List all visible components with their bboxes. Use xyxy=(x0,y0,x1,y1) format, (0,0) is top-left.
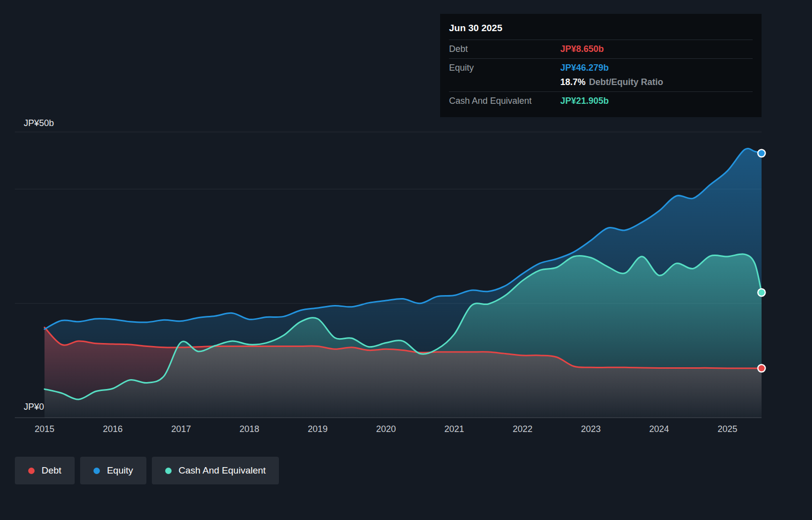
legend: DebtEquityCash And Equivalent xyxy=(15,457,279,484)
end-marker-debt[interactable] xyxy=(758,365,766,372)
tooltip-ratio-value: 18.7% xyxy=(560,77,586,87)
tooltip-row-debt: Debt JP¥8.650b xyxy=(449,40,753,58)
tooltip-debt-label: Debt xyxy=(449,44,560,54)
legend-label: Cash And Equivalent xyxy=(179,465,266,476)
tooltip-row-equity: Equity JP¥46.279b xyxy=(449,58,753,77)
legend-label: Debt xyxy=(42,465,61,476)
end-marker-cash-and-equivalent[interactable] xyxy=(758,289,766,296)
legend-dot-icon xyxy=(93,468,100,474)
x-axis-label-2022: 2022 xyxy=(513,424,533,434)
tooltip-ratio: 18.7%Debt/Equity Ratio xyxy=(560,77,663,87)
tooltip-equity-label: Equity xyxy=(449,63,560,73)
x-axis-label-2025: 2025 xyxy=(718,424,737,434)
x-axis-label-2017: 2017 xyxy=(171,424,191,434)
x-axis-label-2023: 2023 xyxy=(581,424,601,434)
x-axis-label-2021: 2021 xyxy=(445,424,464,434)
y-axis-label-top: JP¥50b xyxy=(24,118,54,129)
x-axis-label-2018: 2018 xyxy=(239,424,259,434)
date-tooltip: Jun 30 2025 Debt JP¥8.650b Equity JP¥46.… xyxy=(440,14,762,117)
x-axis: 2015201620172018201920202021202220232024… xyxy=(0,424,812,439)
tooltip-cash-value: JP¥21.905b xyxy=(560,96,609,106)
tooltip-row-cash: Cash And Equivalent JP¥21.905b xyxy=(449,91,753,110)
y-axis-label-bottom: JP¥0 xyxy=(24,402,44,412)
tooltip-date: Jun 30 2025 xyxy=(449,21,753,40)
end-marker-equity[interactable] xyxy=(758,150,766,157)
x-axis-label-2016: 2016 xyxy=(103,424,123,434)
tooltip-equity-value: JP¥46.279b xyxy=(560,63,609,73)
legend-item-equity[interactable]: Equity xyxy=(80,457,146,484)
legend-item-cash-and-equivalent[interactable]: Cash And Equivalent xyxy=(152,457,279,484)
tooltip-ratio-label: Debt/Equity Ratio xyxy=(589,77,663,87)
tooltip-debt-value: JP¥8.650b xyxy=(560,44,604,54)
x-axis-label-2019: 2019 xyxy=(308,424,327,434)
legend-item-debt[interactable]: Debt xyxy=(15,457,75,484)
legend-dot-icon xyxy=(28,468,35,474)
x-axis-label-2015: 2015 xyxy=(35,424,54,434)
tooltip-row-ratio: 18.7%Debt/Equity Ratio xyxy=(449,77,753,91)
tooltip-cash-label: Cash And Equivalent xyxy=(449,96,560,106)
x-axis-label-2020: 2020 xyxy=(376,424,396,434)
legend-dot-icon xyxy=(165,468,172,474)
x-axis-label-2024: 2024 xyxy=(649,424,669,434)
legend-label: Equity xyxy=(107,465,133,476)
